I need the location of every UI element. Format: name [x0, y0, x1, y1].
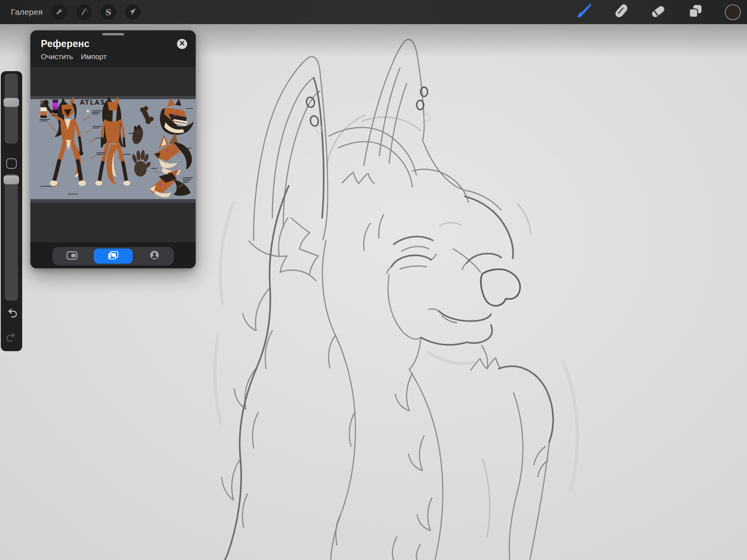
reference-viewport[interactable]: ATLAS: [30, 67, 196, 242]
toolbar-left-group: Галерея S: [11, 0, 141, 24]
reference-image[interactable]: ATLAS: [30, 96, 196, 202]
paint-tool-button[interactable]: [573, 2, 594, 23]
sketch-nose: [481, 269, 520, 306]
panel-actions: Очистить Импорт: [41, 52, 107, 61]
adjustments-button[interactable]: [76, 4, 92, 20]
sidebar-tools: [1, 71, 22, 351]
brush-size-slider[interactable]: [5, 74, 18, 144]
eraser-tool-button[interactable]: [647, 2, 668, 23]
clear-button[interactable]: Очистить: [41, 52, 73, 61]
selection-button[interactable]: S: [101, 4, 116, 20]
toolbar-right-group: [573, 0, 743, 24]
import-button[interactable]: Импорт: [81, 52, 107, 61]
brush-size-handle[interactable]: [4, 98, 19, 107]
redo-button[interactable]: [5, 331, 18, 344]
color-button[interactable]: [722, 2, 743, 23]
face-tab-icon: [149, 251, 160, 262]
image-tab-icon: [108, 251, 118, 261]
procreate-window: Галерея S: [0, 0, 747, 560]
brush-opacity-handle[interactable]: [4, 175, 19, 184]
smudge-tool-button[interactable]: [610, 2, 631, 23]
undo-icon: [5, 306, 18, 320]
smudge-finger-icon: [612, 2, 630, 22]
undo-button[interactable]: [5, 307, 18, 320]
tab-image[interactable]: [94, 248, 132, 264]
sketch-dark-lines: [225, 78, 553, 560]
transform-button[interactable]: [125, 4, 141, 20]
sketch-faint-lines: [327, 115, 531, 537]
close-button[interactable]: [177, 39, 187, 49]
modify-button[interactable]: [6, 158, 17, 169]
reference-tab-bar: [30, 242, 196, 268]
reference-panel: Референс Очистить Импорт ATLAS: [30, 30, 196, 268]
brush-icon: [574, 2, 593, 22]
reference-tabs: [53, 247, 174, 265]
tab-face[interactable]: [135, 248, 174, 264]
panel-title: Референс: [41, 38, 89, 49]
actions-button[interactable]: [52, 4, 67, 20]
panel-drag-handle[interactable]: [102, 33, 124, 35]
selection-s-icon: S: [105, 7, 112, 17]
brush-opacity-slider[interactable]: [5, 174, 18, 301]
layers-button[interactable]: [685, 2, 706, 23]
canvas-tab-icon: [67, 251, 77, 261]
color-circle-icon: [725, 4, 741, 20]
layers-icon: [687, 3, 704, 21]
magic-wand-icon: [79, 7, 89, 17]
close-icon: [179, 40, 185, 47]
redo-icon: [5, 331, 18, 345]
wrench-icon: [54, 7, 65, 17]
gallery-button[interactable]: Галерея: [11, 7, 43, 17]
transform-arrow-icon: [128, 7, 138, 17]
eraser-icon: [649, 2, 667, 22]
top-toolbar: Галерея S: [0, 0, 747, 24]
tab-canvas[interactable]: [53, 248, 91, 264]
reference-heading: ATLAS: [80, 99, 105, 106]
